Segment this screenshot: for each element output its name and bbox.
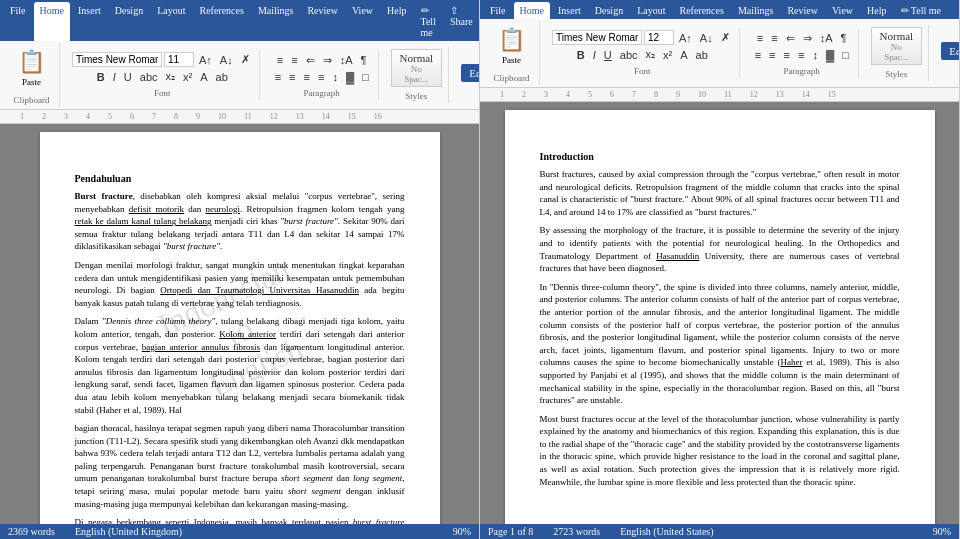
- left-show-marks-btn[interactable]: ¶: [358, 53, 370, 67]
- right-justify-btn[interactable]: ≡: [795, 48, 807, 62]
- right-indent-btn[interactable]: ⇐: [783, 31, 798, 46]
- left-underline-6: bagian anterior annulus fibrosis: [142, 342, 260, 352]
- right-tab-home[interactable]: Home: [514, 2, 550, 19]
- left-underline-btn[interactable]: U: [121, 70, 135, 84]
- right-font-size-input[interactable]: [644, 30, 674, 45]
- left-tab-share[interactable]: ⇧ Share: [444, 2, 479, 41]
- right-outdent-btn[interactable]: ⇒: [800, 31, 815, 46]
- left-subscript-btn[interactable]: x₂: [163, 69, 179, 84]
- left-numbering-btn[interactable]: ≡: [288, 53, 300, 67]
- left-shading-btn[interactable]: ▓: [343, 70, 357, 84]
- right-paste-area[interactable]: 📋 Paste: [490, 23, 533, 69]
- left-tab-help[interactable]: Help: [381, 2, 412, 41]
- right-highlight-btn[interactable]: ab: [693, 48, 711, 62]
- right-font-shrink-btn[interactable]: A↓: [697, 31, 716, 45]
- right-ribbon: File Home Insert Design Layout Reference…: [480, 0, 959, 19]
- left-indent-btn[interactable]: ⇐: [303, 53, 318, 68]
- right-clipboard-group: 📋 Paste Clipboard: [484, 21, 540, 85]
- left-tab-view[interactable]: View: [346, 2, 379, 41]
- left-paste-area[interactable]: 📋 Paste: [10, 45, 53, 91]
- right-font-name-input[interactable]: [552, 30, 642, 45]
- right-show-marks-btn[interactable]: ¶: [838, 31, 850, 45]
- right-page: Introduction Burst fractures, caused by …: [505, 110, 935, 524]
- left-section-heading: Pendahuluan: [75, 172, 405, 186]
- left-tab-tellme[interactable]: ✏ Tell me: [415, 2, 442, 41]
- right-align-right-btn[interactable]: ≡: [781, 48, 793, 62]
- left-tab-insert[interactable]: Insert: [72, 2, 107, 41]
- left-bold-btn[interactable]: B: [94, 70, 108, 84]
- left-editing-group: Editing: [455, 62, 480, 88]
- left-bullets-btn[interactable]: ≡: [274, 53, 286, 67]
- right-clear-format-btn[interactable]: ✗: [718, 30, 733, 45]
- right-numbering-btn[interactable]: ≡: [768, 31, 780, 45]
- left-font-shrink-btn[interactable]: A↓: [217, 53, 236, 67]
- left-font-size-input[interactable]: [164, 52, 194, 67]
- right-tab-help[interactable]: Help: [861, 2, 892, 19]
- right-tab-mailings[interactable]: Mailings: [732, 2, 780, 19]
- left-outdent-btn[interactable]: ⇒: [320, 53, 335, 68]
- right-tab-file[interactable]: File: [484, 2, 512, 19]
- right-ribbon-body: 📋 Paste Clipboard A↑ A↓ ✗ B I U abc x₂ x…: [480, 19, 959, 88]
- right-styles-group: Normal No Spac... Styles: [865, 25, 930, 81]
- right-paste-label: Paste: [502, 55, 521, 65]
- left-tab-home[interactable]: Home: [34, 2, 70, 41]
- left-styles-box[interactable]: Normal No Spac...: [391, 49, 443, 87]
- right-styles-box[interactable]: Normal No Spac...: [871, 27, 923, 65]
- right-sort-btn[interactable]: ↕A: [817, 31, 836, 45]
- left-superscript-btn[interactable]: x²: [180, 70, 195, 84]
- right-editing-btn[interactable]: Editing: [941, 42, 960, 60]
- left-font-grow-btn[interactable]: A↑: [196, 53, 215, 67]
- right-tab-layout[interactable]: Layout: [631, 2, 671, 19]
- right-font-row2: B I U abc x₂ x² A ab: [574, 47, 711, 62]
- left-para-1: Burst fracture, disebabkan oleh kompresi…: [75, 190, 405, 253]
- left-tab-mailings[interactable]: Mailings: [252, 2, 300, 41]
- right-font-grow-btn[interactable]: A↑: [676, 31, 695, 45]
- right-align-center-btn[interactable]: ≡: [766, 48, 778, 62]
- right-subscript-btn[interactable]: x₂: [643, 47, 659, 62]
- left-ribbon-tabs: File Home Insert Design Layout Reference…: [0, 0, 479, 41]
- left-tab-design[interactable]: Design: [109, 2, 149, 41]
- left-align-right-btn[interactable]: ≡: [301, 70, 313, 84]
- left-strikethrough-btn[interactable]: abc: [137, 70, 161, 84]
- right-bold-btn[interactable]: B: [574, 48, 588, 62]
- right-shading-btn[interactable]: ▓: [823, 48, 837, 62]
- right-align-left-btn[interactable]: ≡: [752, 48, 764, 62]
- left-align-center-btn[interactable]: ≡: [286, 70, 298, 84]
- right-tab-references[interactable]: References: [673, 2, 729, 19]
- right-paragraph-label: Paragraph: [783, 66, 819, 76]
- left-clear-format-btn[interactable]: ✗: [238, 52, 253, 67]
- left-tab-layout[interactable]: Layout: [151, 2, 191, 41]
- right-tab-view[interactable]: View: [826, 2, 859, 19]
- right-underline-2: Haher: [781, 357, 803, 367]
- left-editing-btn[interactable]: Editing: [461, 64, 480, 82]
- left-tab-references[interactable]: References: [193, 2, 249, 41]
- right-border-btn[interactable]: □: [839, 48, 852, 62]
- left-fontcolor-btn[interactable]: A: [197, 70, 210, 84]
- left-font-name-input[interactable]: [72, 52, 162, 67]
- right-doc-area: Introduction Burst fractures, caused by …: [480, 102, 959, 524]
- right-tab-review[interactable]: Review: [781, 2, 824, 19]
- left-italic-btn[interactable]: I: [110, 70, 119, 84]
- right-linespace-btn[interactable]: ↕: [809, 48, 821, 62]
- right-superscript-btn[interactable]: x²: [660, 48, 675, 62]
- left-justify-btn[interactable]: ≡: [315, 70, 327, 84]
- right-tab-design[interactable]: Design: [589, 2, 629, 19]
- left-border-btn[interactable]: □: [359, 70, 372, 84]
- left-sort-btn[interactable]: ↕A: [337, 53, 356, 67]
- right-strikethrough-btn[interactable]: abc: [617, 48, 641, 62]
- left-tab-review[interactable]: Review: [301, 2, 344, 41]
- right-underline-btn[interactable]: U: [601, 48, 615, 62]
- right-para-4: Most burst fractures occur at the level …: [540, 413, 900, 489]
- right-italic-btn[interactable]: I: [590, 48, 599, 62]
- left-ruler: 12345678910111213141516: [0, 110, 479, 124]
- right-tab-tellme[interactable]: ✏ Tell me: [895, 2, 947, 19]
- right-fontcolor-btn[interactable]: A: [677, 48, 690, 62]
- paste-label: Paste: [22, 77, 41, 87]
- left-tab-file[interactable]: File: [4, 2, 32, 41]
- left-highlight-btn[interactable]: ab: [213, 70, 231, 84]
- left-align-left-btn[interactable]: ≡: [272, 70, 284, 84]
- right-tab-insert[interactable]: Insert: [552, 2, 587, 19]
- left-panel: File Home Insert Design Layout Reference…: [0, 0, 480, 539]
- right-bullets-btn[interactable]: ≡: [754, 31, 766, 45]
- left-linespace-btn[interactable]: ↕: [329, 70, 341, 84]
